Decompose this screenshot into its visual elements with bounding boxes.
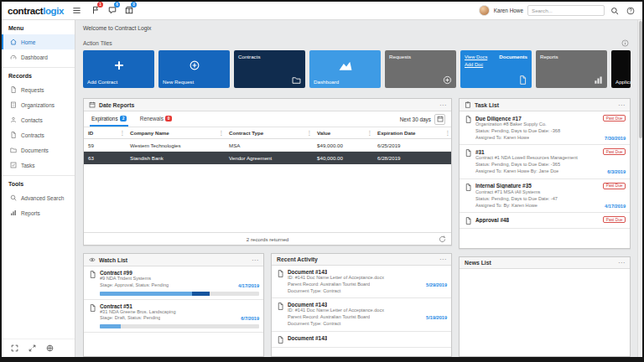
tile-new-request[interactable]: New Request: [158, 50, 230, 88]
column-header-company[interactable]: Company Name⋮: [126, 127, 225, 139]
fullscreen-button[interactable]: [9, 344, 20, 352]
user-avatar[interactable]: [479, 5, 490, 16]
messages-button[interactable]: 6: [108, 4, 117, 17]
progress-segment-primary: [100, 292, 192, 296]
watch-list-item[interactable]: Contract #51 #31 NDA Greene Bros. Landsc…: [84, 300, 263, 334]
tab-expirations[interactable]: Expirations 2: [90, 113, 128, 127]
sidebar-item-organizations[interactable]: Organizations: [2, 97, 75, 112]
watch-item-title[interactable]: Contract #99: [100, 270, 132, 276]
panel-menu-button[interactable]: ⋯: [618, 261, 625, 265]
column-menu-icon[interactable]: ⋮: [307, 130, 313, 137]
sidebar-item-documents[interactable]: Documents: [2, 142, 75, 158]
recent-activity-item[interactable]: Document #143 ID: #141 Doc Name:Letter o…: [272, 298, 451, 331]
task-title[interactable]: Approval #48: [475, 217, 509, 223]
sidebar-item-advanced-search[interactable]: Advanced Search: [2, 190, 75, 205]
renewals-count-badge: 0: [165, 116, 172, 122]
recent-activity-item[interactable]: Document #143: [272, 332, 451, 348]
task-list-item[interactable]: #31 Past Due Contract #1 NDA Lowell Reso…: [460, 145, 630, 178]
date-range-label: Next 30 days: [400, 116, 431, 122]
add-doc-link[interactable]: Add Doc: [465, 62, 487, 67]
tile-add-contract[interactable]: Add Contract: [83, 50, 154, 88]
tab-label: Expirations: [91, 116, 118, 122]
task-title[interactable]: Internal Signature #35: [475, 183, 532, 189]
menu-toggle-button[interactable]: [70, 6, 83, 15]
action-tiles-info-button[interactable]: [620, 39, 631, 47]
help-button[interactable]: [625, 7, 636, 15]
sidebar-item-label: Documents: [21, 147, 49, 153]
tile-applications[interactable]: Applications: [611, 50, 631, 88]
refresh-button[interactable]: [437, 235, 448, 243]
task-list-item[interactable]: Due Diligence #17 Past Due Organization …: [460, 111, 630, 145]
expand-arrows-icon: [29, 344, 36, 352]
sidebar-item-dashboard[interactable]: Dashboard: [2, 49, 75, 65]
column-label: Value: [317, 130, 330, 136]
task-title[interactable]: #31: [475, 149, 485, 155]
column-header-id[interactable]: ID⋮: [84, 127, 126, 139]
language-button[interactable]: [44, 344, 55, 352]
events-button[interactable]: 0: [125, 4, 133, 17]
sidebar-item-contracts[interactable]: Contracts: [2, 127, 75, 142]
date-reports-tabbar: Expirations 2 Renewals 0 Next 30 days: [84, 111, 451, 127]
document-icon: [277, 303, 284, 310]
task-date: 7/30/2019: [605, 136, 626, 141]
column-header-expiration[interactable]: Expiration Date⋮: [373, 127, 451, 139]
sidebar-item-home[interactable]: Home: [2, 34, 75, 49]
search-button[interactable]: [609, 7, 621, 15]
view-docs-link[interactable]: View Docs: [465, 54, 487, 59]
panel-menu-button[interactable]: ⋯: [439, 103, 446, 107]
task-list-item[interactable]: Internal Signature #35 Past Due Contract…: [460, 179, 630, 213]
recent-activity-item[interactable]: Document #143 ID: #141 Doc Name:Letter o…: [272, 266, 451, 298]
search-input[interactable]: [527, 5, 605, 16]
column-menu-icon[interactable]: ⋮: [445, 130, 451, 137]
activity-item-date: 5/29/2019: [426, 282, 447, 287]
alerts-button[interactable]: 1: [91, 4, 100, 17]
tile-dashboard[interactable]: Dashboard: [309, 50, 381, 88]
column-label: ID: [88, 130, 93, 136]
watch-item-title[interactable]: Contract #51: [100, 303, 132, 309]
column-header-type[interactable]: Contract Type⋮: [225, 127, 313, 139]
sidebar-item-tasks[interactable]: Tasks: [2, 158, 75, 173]
column-menu-icon[interactable]: ⋮: [367, 130, 373, 137]
column-menu-icon[interactable]: ⋮: [120, 130, 126, 137]
expand-button[interactable]: [27, 344, 38, 352]
task-status: Status: Pending, Days to Due Date: -47: [475, 196, 626, 203]
bar-chart-icon: [594, 75, 603, 85]
tab-renewals[interactable]: Renewals 0: [138, 113, 174, 127]
tile-contracts[interactable]: Contracts: [234, 50, 305, 88]
activity-item-title[interactable]: Document #143: [288, 302, 327, 308]
stage-progress-bar: [100, 292, 259, 296]
activity-item-date: 5/19/2019: [426, 315, 447, 320]
task-list-item[interactable]: Approval #48 Past Due: [460, 213, 630, 229]
column-header-value[interactable]: Value⋮: [313, 127, 373, 139]
dashboard-panels: Date Reports ⋯ Expirations 2 Renewals 0: [83, 98, 631, 357]
tile-requests[interactable]: Requests: [385, 50, 456, 88]
date-range-button[interactable]: [434, 114, 445, 125]
page-scrollbar[interactable]: [637, 20, 642, 357]
panel-menu-button[interactable]: ⋯: [252, 258, 258, 262]
panel-menu-button[interactable]: ⋯: [618, 103, 625, 107]
user-name[interactable]: Karen Howe: [494, 8, 523, 13]
tile-label: Documents: [499, 54, 527, 59]
task-list-header: Task List ⋯: [460, 99, 630, 111]
panel-menu-button[interactable]: ⋯: [439, 257, 446, 261]
folder-icon: [10, 147, 17, 153]
watch-list-item[interactable]: Contract #99 #9 NDA Trident Systems Stag…: [84, 266, 263, 300]
sidebar-item-requests[interactable]: Requests: [2, 82, 75, 97]
scrollbar-thumb[interactable]: [639, 21, 642, 138]
panel-title: News List: [465, 260, 491, 266]
activity-item-title[interactable]: Document #143: [288, 269, 327, 275]
tile-documents[interactable]: View Docs Add Doc Documents: [460, 50, 532, 88]
table-row-selected[interactable]: 63 Standish Bank Vendor Agreement $40,00…: [84, 152, 451, 164]
action-tiles-header: Action Tiles: [83, 39, 631, 47]
sidebar-item-contacts[interactable]: Contacts: [2, 112, 75, 127]
column-menu-icon[interactable]: ⋮: [219, 130, 225, 137]
activity-item-title[interactable]: Document #143: [288, 335, 327, 341]
app-logo[interactable]: contractlogix: [8, 6, 64, 16]
cell-id: 63: [84, 152, 126, 164]
table-row[interactable]: 59 Western Technologies MSA $49,000.00 6…: [84, 139, 451, 152]
tile-reports[interactable]: Reports: [536, 50, 607, 88]
plus-icon: [113, 60, 124, 71]
task-title[interactable]: Due Diligence #17: [475, 116, 522, 122]
sidebar-item-reports[interactable]: Reports: [2, 205, 75, 220]
logo-text-contract: contract: [8, 6, 43, 16]
